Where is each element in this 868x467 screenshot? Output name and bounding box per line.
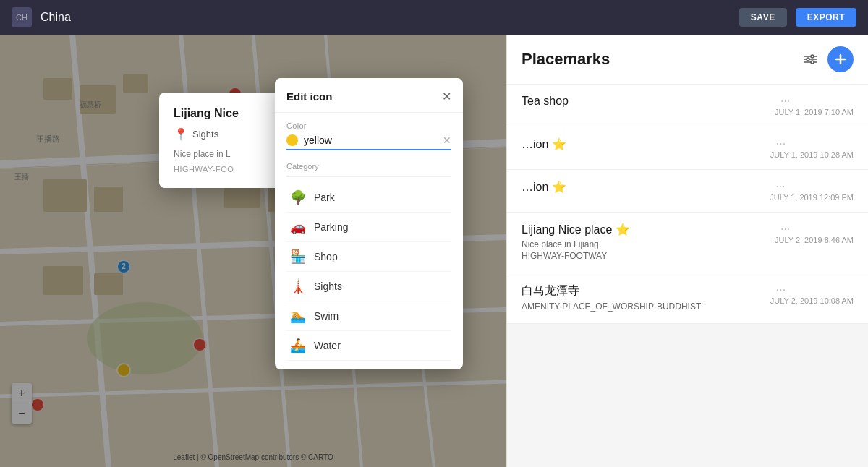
item-tag: HIGHWAY-FOOTWAY [522,251,775,261]
item-title: …ion ⭐ [522,137,770,151]
sidebar-header: Placemarks [507,35,868,85]
sidebar-item-tea-shop[interactable]: Tea shop ··· JULY 1, 2019 7:10 AM [507,85,868,127]
category-item-park[interactable]: 🌳 Park [286,183,451,213]
item-more-button[interactable]: ··· [775,180,854,193]
item-date: JULY 1, 2019 10:28 AM [770,150,854,159]
place-pin-icon: 📍 [174,127,188,141]
item-title: Tea shop [522,95,775,108]
category-item-sights[interactable]: 🗼 Sights [286,272,451,301]
parking-icon: 🚗 [289,219,307,235]
sidebar-item-temple[interactable]: 白马龙潭寺 AMENITY-PLACE_OF_WORSHIP-BUDDHIST … [507,273,868,324]
color-clear-button[interactable]: ✕ [443,134,451,146]
category-item-sights-label: Sights [314,280,342,292]
color-field-label: Color [286,121,451,130]
category-item-shop-label: Shop [314,251,338,262]
edit-icon-header: Edit icon ✕ [275,78,463,113]
app-logo: CH [12,7,32,27]
app-header: CH China SAVE EXPORT [0,0,868,35]
category-item-water-label: Water [314,340,341,351]
edit-icon-close-button[interactable]: ✕ [442,90,451,103]
sidebar: Placemarks [506,35,868,467]
item-title: Lijiang Nice place ⭐ [522,223,775,236]
item-date: JULY 2, 2019 10:08 AM [770,296,854,305]
sights-icon: 🗼 [289,278,307,294]
sidebar-item-3[interactable]: …ion ⭐ ··· JULY 1, 2019 12:09 PM [507,170,868,213]
item-more-button[interactable]: ··· [776,137,854,150]
shop-icon: 🏪 [289,249,307,265]
filter-icon [804,53,817,66]
category-section-label: Category [286,162,451,171]
sidebar-title: Placemarks [522,50,610,69]
water-icon: 🚣 [289,338,307,354]
park-icon: 🌳 [289,189,307,205]
svg-point-26 [811,55,814,58]
map-area[interactable]: 王播路 福慧桥 RUSS HOUSE #807 王播 2 + − Leaflet… [0,35,506,467]
item-date: JULY 2, 2019 8:46 AM [775,236,854,244]
sidebar-item-lijiang[interactable]: Lijiang Nice place ⭐ Nice place in Lijia… [507,213,868,273]
svg-point-25 [807,58,809,61]
edit-icon-dialog: Edit icon ✕ Color yellow ✕ Category 🌳 Pa… [275,78,463,369]
edit-icon-body: Color yellow ✕ Category 🌳 Park 🚗 Parking [275,113,463,369]
edit-icon-title: Edit icon [286,90,332,103]
item-tag: AMENITY-PLACE_OF_WORSHIP-BUDDHIST [522,301,770,312]
item-more-button[interactable]: ··· [780,95,854,108]
category-divider [286,176,451,177]
category-item-swim-label: Swim [314,310,339,322]
save-button[interactable]: SAVE [739,8,787,27]
item-title: …ion ⭐ [522,180,770,194]
color-field: yellow ✕ [286,134,451,150]
sidebar-list: Tea shop ··· JULY 1, 2019 7:10 AM …ion ⭐… [507,85,868,467]
item-more-button[interactable]: ··· [776,283,854,296]
sidebar-actions [799,46,854,72]
add-placemark-button[interactable] [827,46,854,72]
category-item-parking-label: Parking [314,221,348,233]
color-value-text: yellow [304,134,437,146]
sidebar-item-2[interactable]: …ion ⭐ ··· JULY 1, 2019 10:28 AM [507,127,868,170]
sidebar-filter-button[interactable] [799,48,822,71]
main-content: 王播路 福慧桥 RUSS HOUSE #807 王播 2 + − Leaflet… [0,35,868,467]
color-dot-indicator [286,134,298,146]
svg-point-27 [811,61,814,64]
export-button[interactable]: EXPORT [796,8,856,27]
app-title: China [41,11,731,24]
item-more-button[interactable]: ··· [780,223,854,236]
item-date: JULY 1, 2019 12:09 PM [770,193,854,202]
category-item-shop[interactable]: 🏪 Shop [286,242,451,272]
category-item-swim[interactable]: 🏊 Swim [286,301,451,331]
item-subtitle: Nice place in Lijiang [522,239,775,249]
category-item-water[interactable]: 🚣 Water [286,331,451,361]
item-date: JULY 1, 2019 7:10 AM [775,108,854,116]
category-item-parking[interactable]: 🚗 Parking [286,213,451,242]
add-icon [835,53,846,65]
category-item-park-label: Park [314,192,335,203]
swim-icon: 🏊 [289,308,307,324]
item-title: 白马龙潭寺 [522,283,770,299]
category-list: 🌳 Park 🚗 Parking 🏪 Shop 🗼 Sights [286,183,451,361]
